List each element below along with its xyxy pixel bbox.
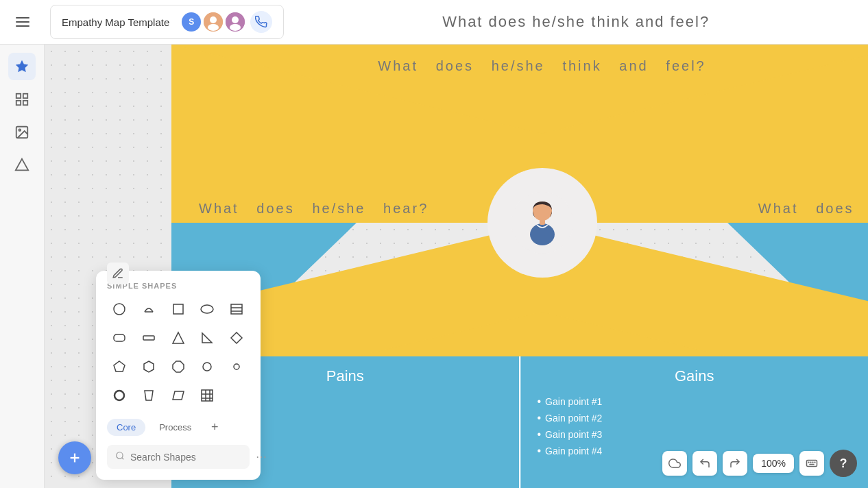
canvas-area[interactable]: What does he/she think and feel? What do… xyxy=(45,45,868,488)
gains-title: Gains xyxy=(538,367,852,385)
svg-marker-31 xyxy=(173,361,184,372)
sidebar-item-star[interactable] xyxy=(8,53,36,80)
search-more-icon[interactable]: ⋯ xyxy=(256,450,267,463)
sidebar-item-shapes[interactable] xyxy=(8,151,36,179)
svg-point-11 xyxy=(19,129,21,131)
person-icon xyxy=(511,192,573,254)
sidebar-item-grid[interactable] xyxy=(8,86,36,113)
call-button[interactable] xyxy=(250,11,272,33)
svg-marker-28 xyxy=(231,332,242,343)
svg-marker-12 xyxy=(16,159,28,171)
shape-circle-xs[interactable] xyxy=(224,354,249,379)
think-feel-what: What xyxy=(442,13,483,31)
avatar-group: S xyxy=(182,11,272,33)
sidebar-item-image[interactable] xyxy=(8,119,36,146)
svg-rect-37 xyxy=(202,390,213,401)
shape-circle-outline[interactable] xyxy=(107,383,132,408)
avatar-2 xyxy=(204,12,223,32)
shapes-panel: SIMPLE SHAPES xyxy=(96,271,261,480)
think-feel-and: and xyxy=(636,13,665,31)
think-feel-feel: feel? xyxy=(670,13,710,31)
left-sidebar xyxy=(0,45,45,488)
shape-square[interactable] xyxy=(166,297,191,321)
fab-button[interactable] xyxy=(58,441,91,474)
menu-button[interactable] xyxy=(0,0,45,45)
gain-item-1: Gain point #1 xyxy=(538,395,852,408)
document-title: Empathy Map Template xyxy=(62,16,169,28)
svg-line-43 xyxy=(122,458,124,460)
svg-marker-36 xyxy=(173,391,184,400)
search-icon xyxy=(115,451,125,463)
svg-rect-9 xyxy=(23,101,27,105)
svg-marker-26 xyxy=(173,332,184,343)
svg-rect-7 xyxy=(23,94,27,98)
shape-table-h[interactable] xyxy=(224,297,249,321)
think-feel-canvas-label: What does he/she think and feel? xyxy=(378,58,706,74)
shape-ellipse[interactable] xyxy=(195,297,219,321)
svg-point-4 xyxy=(232,16,239,23)
center-person-circle xyxy=(487,168,597,278)
search-bar[interactable]: ⋯ xyxy=(107,445,250,469)
svg-point-42 xyxy=(117,452,123,459)
brush-tab-icon[interactable] xyxy=(107,263,129,284)
svg-rect-19 xyxy=(173,304,183,314)
think-feel-think: think xyxy=(591,13,629,31)
shape-pentagon[interactable] xyxy=(107,354,132,379)
empathy-map: What does he/she think and feel? What do… xyxy=(171,45,868,401)
svg-point-33 xyxy=(234,364,239,369)
svg-rect-44 xyxy=(807,461,817,467)
panel-tabs: Core Process + xyxy=(107,417,250,437)
shape-circle[interactable] xyxy=(107,297,132,321)
redo-button[interactable] xyxy=(723,451,747,476)
keyboard-button[interactable] xyxy=(799,451,824,476)
shapes-grid xyxy=(107,297,250,408)
shape-parallelogram[interactable] xyxy=(166,383,191,408)
shape-empty xyxy=(224,383,249,408)
title-area: Empathy Map Template S xyxy=(50,5,284,39)
svg-point-34 xyxy=(114,391,124,400)
svg-point-5 xyxy=(230,24,241,31)
shape-circle-sm[interactable] xyxy=(195,354,219,379)
avatar-s: S xyxy=(182,12,201,32)
svg-point-15 xyxy=(530,223,555,245)
help-button[interactable]: ? xyxy=(830,450,857,477)
search-input[interactable] xyxy=(130,452,250,463)
svg-point-17 xyxy=(114,304,125,315)
gain-item-3: Gain point #3 xyxy=(538,428,852,441)
shape-thin-rect[interactable] xyxy=(136,326,161,350)
zoom-display[interactable]: 100% xyxy=(753,454,794,473)
topbar: Empathy Map Template S What does he/she … xyxy=(0,0,868,45)
svg-rect-21 xyxy=(231,304,242,314)
cloud-save-button[interactable] xyxy=(662,451,687,476)
svg-point-1 xyxy=(210,16,217,23)
shape-octagon[interactable] xyxy=(166,354,191,379)
shape-diamond[interactable] xyxy=(224,326,249,350)
svg-marker-27 xyxy=(202,333,212,343)
shape-right-triangle[interactable] xyxy=(195,326,219,350)
shape-shield[interactable] xyxy=(136,383,161,408)
tab-process[interactable]: Process xyxy=(149,419,201,436)
avatar-3 xyxy=(226,12,245,32)
svg-rect-6 xyxy=(16,94,21,98)
shape-triangle[interactable] xyxy=(166,326,191,350)
bottom-toolbar: 100% ? xyxy=(662,450,857,477)
undo-button[interactable] xyxy=(692,451,717,476)
think-feel-heshe: he/she xyxy=(532,13,586,31)
see-label: What does h... xyxy=(758,201,868,217)
svg-marker-30 xyxy=(144,361,154,372)
svg-rect-25 xyxy=(143,336,154,340)
tab-add-button[interactable]: + xyxy=(205,417,224,437)
svg-point-32 xyxy=(203,363,211,371)
svg-rect-16 xyxy=(540,219,545,225)
shape-grid-table[interactable] xyxy=(195,383,219,408)
topbar-center-text: What does he/she think and feel? xyxy=(284,13,868,31)
shape-arc[interactable] xyxy=(136,297,161,321)
hamburger-icon xyxy=(16,17,29,27)
think-feel-does: does xyxy=(488,13,527,31)
shape-hexagon[interactable] xyxy=(136,354,161,379)
tab-core[interactable]: Core xyxy=(107,419,145,436)
svg-marker-29 xyxy=(114,361,125,371)
gain-item-2: Gain point #2 xyxy=(538,412,852,424)
svg-rect-8 xyxy=(16,101,21,105)
shape-rounded-rect[interactable] xyxy=(107,326,132,350)
